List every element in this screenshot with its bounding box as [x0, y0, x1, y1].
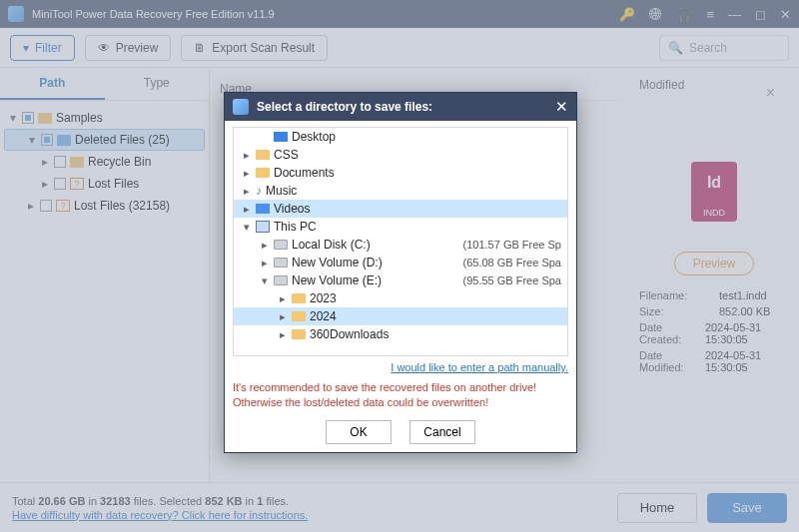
- chevron-icon[interactable]: ▸: [278, 328, 288, 341]
- warning-text: It's recommended to save the recovered f…: [233, 380, 568, 410]
- folder-icon: [256, 168, 270, 178]
- manual-path-link[interactable]: I would like to enter a path manually.: [391, 361, 568, 373]
- dialog-title: Select a directory to save files:: [257, 100, 547, 114]
- chevron-icon[interactable]: ▸: [278, 292, 288, 305]
- chevron-icon[interactable]: ▸: [242, 167, 252, 180]
- save-directory-dialog: Select a directory to save files: ✕ Desk…: [224, 92, 577, 453]
- music-icon: ♪: [256, 184, 262, 198]
- directory-row[interactable]: ▸♪Music: [234, 182, 567, 200]
- directory-row[interactable]: ▸2024: [234, 307, 567, 325]
- ok-button[interactable]: OK: [326, 420, 392, 444]
- directory-row[interactable]: ▸Local Disk (C:)(101.57 GB Free Sp: [234, 236, 567, 254]
- directory-row[interactable]: ▸New Volume (D:)(65.08 GB Free Spa: [234, 254, 567, 271]
- directory-row[interactable]: ▸2023: [234, 289, 567, 307]
- pc-icon: [256, 221, 270, 233]
- chevron-icon[interactable]: ▸: [242, 203, 252, 216]
- directory-tree[interactable]: Desktop▸CSS▸Documents▸♪Music▸Videos▾This…: [233, 127, 568, 356]
- directory-row[interactable]: ▾This PC: [234, 218, 567, 236]
- chevron-icon[interactable]: ▸: [242, 149, 252, 162]
- directory-row[interactable]: ▸Documents: [234, 164, 567, 182]
- directory-row[interactable]: ▾New Volume (E:)(95.55 GB Free Spa: [234, 271, 567, 289]
- folder-icon: [292, 293, 306, 303]
- directory-row[interactable]: ▸Videos: [234, 200, 567, 218]
- folder-icon: [256, 150, 270, 160]
- dialog-close-icon[interactable]: ✕: [555, 98, 568, 116]
- video-icon: [256, 204, 270, 214]
- drive-icon: [274, 240, 288, 250]
- chevron-icon[interactable]: ▸: [242, 185, 252, 198]
- drive-icon: [274, 275, 288, 285]
- drive-icon: [274, 258, 288, 267]
- chevron-icon[interactable]: ▸: [260, 239, 270, 252]
- folder-icon: [292, 329, 306, 339]
- chevron-icon[interactable]: ▸: [260, 257, 270, 269]
- directory-row[interactable]: ▸360Downloads: [234, 325, 567, 343]
- chevron-icon[interactable]: ▸: [278, 310, 288, 323]
- chevron-icon[interactable]: ▾: [242, 221, 252, 234]
- chevron-icon[interactable]: ▾: [260, 274, 270, 287]
- folder-icon: [292, 311, 306, 321]
- desktop-icon: [274, 132, 288, 142]
- dialog-icon: [233, 99, 249, 115]
- directory-row[interactable]: Desktop: [234, 128, 567, 146]
- directory-row[interactable]: ▸CSS: [234, 146, 567, 164]
- cancel-button[interactable]: Cancel: [409, 420, 475, 444]
